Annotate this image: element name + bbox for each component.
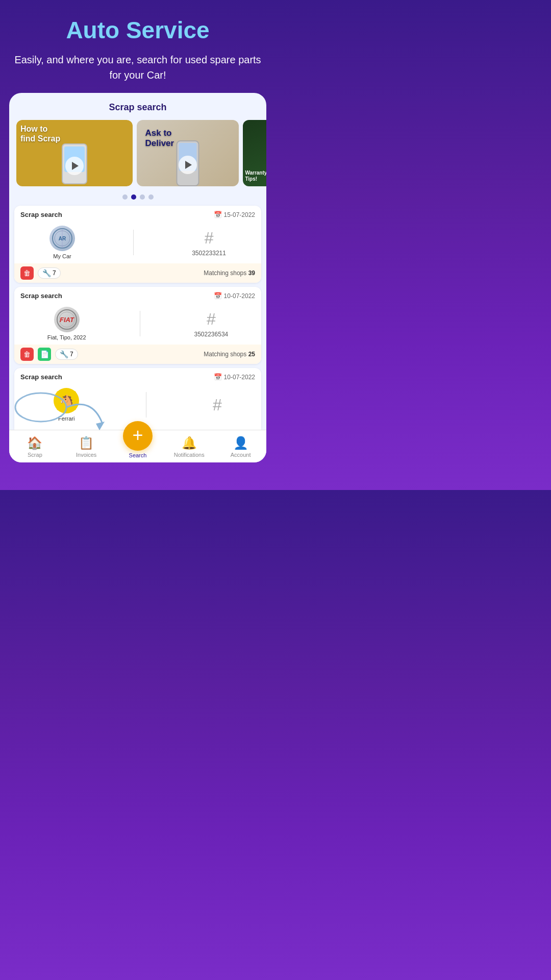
- calendar-icon-1: 📅: [214, 211, 222, 218]
- phone-card: Scrap search How to find Scrap Ask to: [9, 93, 266, 462]
- dot-1[interactable]: [122, 194, 128, 200]
- card2-title: Scrap search: [20, 292, 62, 300]
- car2-name: Fiat, Tipo, 2022: [47, 334, 86, 340]
- invoices-icon: 📋: [79, 436, 94, 450]
- card2-part-num-value: 3502236534: [194, 331, 229, 338]
- dot-3[interactable]: [140, 194, 145, 200]
- app-subtitle: Easily, and where you are, search for us…: [10, 52, 265, 83]
- card2-invoice-icon[interactable]: 📄: [38, 348, 51, 361]
- card1-tools-badge: 🔧 7: [38, 267, 61, 279]
- card1-footer: 🗑 🔧 7 Matching shops 39: [14, 263, 261, 283]
- play-button-1[interactable]: [65, 157, 84, 175]
- tools-icon-1: 🔧: [42, 269, 51, 277]
- card2-footer-left: 🗑 📄 🔧 7: [20, 348, 78, 361]
- card2-tools-count: 7: [70, 351, 73, 358]
- dot-4[interactable]: [148, 194, 154, 200]
- hash-icon-3: #: [213, 396, 222, 414]
- scrap-card-3: Scrap search 📅 10-07-2022 🐴 Ferrari: [14, 368, 261, 430]
- nav-item-search[interactable]: + Search: [120, 435, 156, 458]
- card2-matching: Matching shops 25: [204, 351, 255, 358]
- video-card-3[interactable]: VPN ✓ PROTECTED Warranty Tips!: [243, 120, 266, 186]
- card2-tools-badge: 🔧 7: [55, 349, 78, 360]
- card1-footer-left: 🗑 🔧 7: [20, 266, 61, 280]
- doc-icon: 📄: [40, 350, 49, 358]
- card2-part-number: # 3502236534: [194, 310, 229, 338]
- video-label-1: How to find Scrap: [16, 120, 64, 148]
- trash-icon-2: 🗑: [23, 350, 31, 358]
- ferrari-emblem: 🐴: [57, 391, 76, 410]
- calendar-icon-3: 📅: [214, 373, 222, 381]
- card3-part-number: #: [213, 396, 222, 414]
- card1-matching-count: 39: [248, 270, 255, 277]
- fiat-logo: FIAT: [54, 307, 80, 332]
- ferrari-logo: 🐴: [54, 388, 79, 413]
- card2-footer: 🗑 📄 🔧 7 Matching shops 25: [14, 345, 261, 364]
- card3-body: 🐴 Ferrari #: [20, 385, 255, 426]
- nav-item-invoices[interactable]: 📋 Invoices: [68, 436, 104, 458]
- carousel-dots: [9, 190, 266, 202]
- nav-label-search: Search: [129, 452, 147, 458]
- card3-title: Scrap search: [20, 373, 62, 381]
- card1-part-num-value: 3502233211: [192, 250, 226, 257]
- home-icon: 🏠: [27, 436, 42, 450]
- bell-icon: 🔔: [182, 436, 197, 450]
- card1-title: Scrap search: [20, 211, 62, 218]
- car3-name: Ferrari: [58, 415, 74, 422]
- svg-text:🐴: 🐴: [60, 394, 74, 407]
- fiat-emblem: FIAT: [57, 309, 77, 330]
- nav-label-invoices: Invoices: [76, 452, 96, 458]
- play-button-2[interactable]: [179, 156, 197, 174]
- tools-icon-2: 🔧: [60, 350, 68, 358]
- video-label-2: Ask to Deliver: [141, 124, 178, 153]
- car-logo-ferrari: 🐴 Ferrari: [54, 388, 79, 422]
- calendar-icon-2: 📅: [214, 292, 222, 300]
- plus-icon: +: [132, 426, 143, 445]
- account-icon: 👤: [233, 436, 248, 450]
- scrap-card-1: Scrap search 📅 15-07-2022 AR My Car: [14, 206, 261, 283]
- card2-matching-count: 25: [248, 351, 255, 358]
- card3-date: 📅 10-07-2022: [214, 373, 255, 381]
- svg-text:AR: AR: [59, 236, 66, 241]
- card2-divider: [140, 311, 140, 336]
- card3-header: Scrap search 📅 10-07-2022: [20, 373, 255, 381]
- hash-icon-1: #: [205, 229, 214, 248]
- video-card-1[interactable]: How to find Scrap: [16, 120, 133, 186]
- nav-item-notifications[interactable]: 🔔 Notifications: [171, 436, 207, 458]
- card1-matching: Matching shops 39: [204, 270, 255, 277]
- nav-label-scrap: Scrap: [28, 452, 42, 458]
- card2-header: Scrap search 📅 10-07-2022: [20, 292, 255, 300]
- nav-item-scrap[interactable]: 🏠 Scrap: [17, 436, 53, 458]
- car-logo-fiat: FIAT Fiat, Tipo, 2022: [47, 307, 86, 340]
- card1-part-number: # 3502233211: [192, 229, 226, 257]
- dot-2[interactable]: [131, 194, 136, 200]
- card1-body: AR My Car # 3502233211: [20, 223, 255, 263]
- alfa-romeo-logo: AR: [49, 226, 75, 251]
- card1-divider: [133, 230, 134, 255]
- warranty-label: Warranty Tips!: [245, 170, 266, 182]
- search-fab-button[interactable]: +: [123, 421, 153, 451]
- carousel-section-title: Scrap search: [9, 93, 266, 118]
- scrap-card-2: Scrap search 📅 10-07-2022 FIAT Fiat, Tip…: [14, 287, 261, 364]
- video-card-2[interactable]: Ask to Deliver: [137, 120, 239, 186]
- hash-icon-2: #: [207, 310, 216, 329]
- svg-text:FIAT: FIAT: [60, 316, 74, 324]
- card1-header: Scrap search 📅 15-07-2022: [20, 211, 255, 218]
- app-title: Auto Service: [10, 16, 265, 44]
- car1-name: My Car: [53, 253, 71, 259]
- header: Auto Service Easily, and where you are, …: [0, 0, 276, 93]
- card2-body: FIAT Fiat, Tipo, 2022 # 3502236534: [20, 304, 255, 345]
- card3-divider: [146, 392, 146, 418]
- card1-date: 📅 15-07-2022: [214, 211, 255, 218]
- nav-label-account: Account: [231, 452, 251, 458]
- alfa-romeo-emblem: AR: [52, 228, 72, 249]
- car-logo-alfa: AR My Car: [49, 226, 75, 259]
- trash-icon-1: 🗑: [23, 269, 31, 277]
- nav-label-notifications: Notifications: [174, 452, 205, 458]
- bottom-navigation: 🏠 Scrap 📋 Invoices + Search 🔔 Notificati…: [9, 430, 266, 462]
- video-carousel: How to find Scrap Ask to Deliver: [9, 118, 266, 190]
- card1-delete-button[interactable]: 🗑: [20, 266, 34, 280]
- card1-tools-count: 7: [53, 270, 56, 277]
- card2-delete-button[interactable]: 🗑: [20, 348, 34, 361]
- card2-date: 📅 10-07-2022: [214, 292, 255, 300]
- nav-item-account[interactable]: 👤 Account: [223, 436, 259, 458]
